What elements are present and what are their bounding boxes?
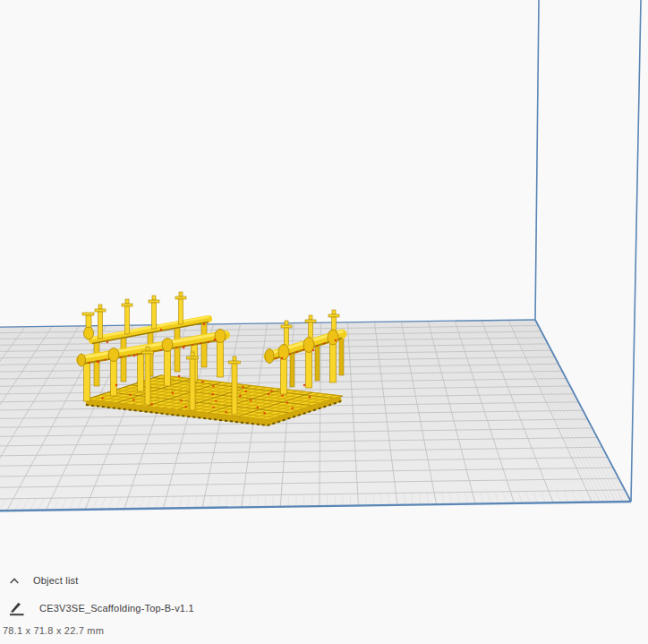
object-list-title: Object list <box>33 575 79 586</box>
cura-main-window: { "viewport": { "description": "3D build… <box>0 0 648 644</box>
object-name: CE3V3SE_Scaffolding-Top-B-v1.1 <box>39 603 194 614</box>
scene-canvas[interactable] <box>0 0 648 644</box>
per-object-settings-icon <box>9 600 25 616</box>
build-plate[interactable] <box>0 0 641 514</box>
chevron-up-icon <box>9 577 20 585</box>
build-plate-3d-view[interactable] <box>0 0 648 644</box>
object-list-item[interactable]: CE3V3SE_Scaffolding-Top-B-v1.1 <box>9 600 194 616</box>
object-list-header[interactable]: Object list <box>9 575 79 586</box>
object-dimensions: 78.1 x 71.8 x 22.7 mm <box>3 625 104 636</box>
